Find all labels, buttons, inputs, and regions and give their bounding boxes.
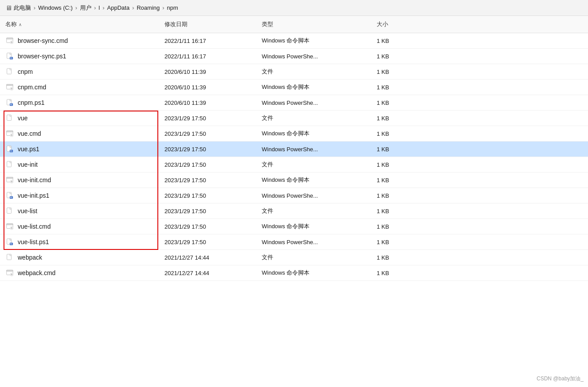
svg-point-3 xyxy=(11,42,12,43)
file-type: Windows 命令脚本 xyxy=(256,175,371,185)
breadcrumb-users[interactable]: 用户 xyxy=(80,4,92,12)
table-row[interactable]: vue.cmd 2023/1/29 17:50 Windows 命令脚本 1 K… xyxy=(0,126,588,142)
file-icon-cmd xyxy=(5,83,14,92)
svg-text:PS: PS xyxy=(10,150,12,152)
table-row[interactable]: PS browser-sync.ps1 2022/1/11 16:17 Wind… xyxy=(0,49,588,64)
column-type[interactable]: 类型 xyxy=(256,19,371,30)
file-icon-ps1: PS xyxy=(5,145,14,153)
file-size: 1 KB xyxy=(371,191,424,200)
file-icon-cmd xyxy=(5,36,14,45)
file-icon-generic xyxy=(5,67,14,76)
file-size: 1 KB xyxy=(371,253,424,262)
file-name-cell: webpack xyxy=(0,252,159,263)
watermark: CSDN @baby加油_ xyxy=(537,375,584,383)
column-name[interactable]: 名称 ∧ xyxy=(0,19,159,30)
breadcrumb-l[interactable]: l xyxy=(99,4,100,11)
file-icon-generic xyxy=(5,207,14,215)
svg-text:PS: PS xyxy=(10,103,12,106)
file-name-cell: vue-list xyxy=(0,205,159,217)
file-name-cell: cnpm xyxy=(0,66,159,77)
file-type: Windows PowerShe... xyxy=(256,191,371,200)
breadcrumb-windows-c[interactable]: Windows (C:) xyxy=(38,4,73,11)
file-name: cnpm xyxy=(18,68,33,75)
file-name: vue-init.ps1 xyxy=(18,192,50,199)
table-row[interactable]: webpack.cmd 2021/12/27 14:44 Windows 命令脚… xyxy=(0,265,588,281)
svg-rect-33 xyxy=(7,224,13,225)
file-date: 2023/1/29 17:50 xyxy=(159,222,256,231)
file-name: vue-init.cmd xyxy=(18,176,51,184)
file-date: 2022/1/11 16:17 xyxy=(159,36,256,46)
table-row[interactable]: vue-list 2023/1/29 17:50 文件 1 KB xyxy=(0,203,588,219)
file-name-cell: PS cnpm.ps1 xyxy=(0,97,159,108)
file-name-cell: PS vue.ps1 xyxy=(0,143,159,155)
file-name: vue-init xyxy=(18,161,38,168)
table-row[interactable]: webpack 2021/12/27 14:44 文件 1 KB xyxy=(0,250,588,265)
file-size: 1 KB xyxy=(371,129,424,138)
file-type: Windows PowerShe... xyxy=(256,52,371,61)
file-name: webpack xyxy=(18,254,42,261)
file-icon-generic xyxy=(5,160,14,169)
file-name: cnpm.ps1 xyxy=(18,99,45,106)
column-size[interactable]: 大小 xyxy=(371,19,424,30)
file-size: 1 KB xyxy=(371,67,424,77)
file-rows: browser-sync.cmd 2022/1/11 16:17 Windows… xyxy=(0,33,588,281)
svg-point-19 xyxy=(11,135,12,136)
file-name-cell: vue-init xyxy=(0,159,159,170)
file-icon-cmd xyxy=(5,222,14,231)
breadcrumb-bar: 🖥 此电脑 › Windows (C:) › 用户 › l › AppData … xyxy=(0,0,588,16)
file-list-container[interactable]: 名称 ∧ 修改日期 类型 大小 browse xyxy=(0,16,588,387)
file-type: Windows 命令脚本 xyxy=(256,128,371,139)
table-row[interactable]: PS vue-init.ps1 2023/1/29 17:50 Windows … xyxy=(0,188,588,203)
file-name: vue xyxy=(18,115,28,122)
file-type: 文件 xyxy=(256,66,371,77)
file-icon-cmd xyxy=(5,268,14,277)
file-type: 文件 xyxy=(256,159,371,170)
file-name-cell: browser-sync.cmd xyxy=(0,35,159,46)
file-size: 1 KB xyxy=(371,238,424,247)
file-name-cell: PS vue-list.ps1 xyxy=(0,236,159,248)
svg-text:PS: PS xyxy=(10,196,12,199)
file-name: browser-sync.cmd xyxy=(18,37,68,44)
breadcrumb-npm[interactable]: npm xyxy=(167,4,178,11)
file-date: 2023/1/29 17:50 xyxy=(159,145,256,154)
file-date: 2023/1/29 17:50 xyxy=(159,129,256,138)
file-size: 1 KB xyxy=(371,83,424,92)
file-icon-ps1: PS xyxy=(5,98,14,107)
table-row[interactable]: PS vue.ps1 2023/1/29 17:50 Windows Power… xyxy=(0,142,588,157)
file-type: 文件 xyxy=(256,252,371,263)
table-row[interactable]: PS vue-list.ps1 2023/1/29 17:50 Windows … xyxy=(0,234,588,250)
svg-point-11 xyxy=(11,88,12,89)
sort-arrow-name: ∧ xyxy=(19,22,22,27)
breadcrumb-roaming[interactable]: Roaming xyxy=(137,4,160,11)
file-date: 2021/12/27 14:44 xyxy=(159,253,256,262)
column-date[interactable]: 修改日期 xyxy=(159,19,256,30)
file-list-header: 名称 ∧ 修改日期 类型 大小 xyxy=(0,16,588,33)
file-date: 2021/12/27 14:44 xyxy=(159,268,256,278)
table-row[interactable]: PS cnpm.ps1 2020/6/10 11:39 Windows Powe… xyxy=(0,95,588,111)
file-name: vue-list.cmd xyxy=(18,223,51,230)
table-row[interactable]: vue-init.cmd 2023/1/29 17:50 Windows 命令脚… xyxy=(0,172,588,188)
breadcrumb-appdata[interactable]: AppData xyxy=(107,4,130,11)
file-type: Windows 命令脚本 xyxy=(256,35,371,46)
table-row[interactable]: vue-init 2023/1/29 17:50 文件 1 KB xyxy=(0,157,588,172)
table-row[interactable]: cnpm.cmd 2020/6/10 11:39 Windows 命令脚本 1 … xyxy=(0,80,588,95)
svg-text:PS: PS xyxy=(10,243,12,245)
svg-point-35 xyxy=(11,228,12,229)
file-type: Windows PowerShe... xyxy=(256,98,371,107)
file-size: 1 KB xyxy=(371,207,424,216)
breadcrumb-this-pc[interactable]: 此电脑 xyxy=(14,4,31,12)
file-name: vue.ps1 xyxy=(18,146,39,153)
svg-rect-25 xyxy=(7,177,13,179)
file-icon-ps1: PS xyxy=(5,238,14,246)
table-row[interactable]: cnpm 2020/6/10 11:39 文件 1 KB xyxy=(0,64,588,80)
file-type: Windows PowerShe... xyxy=(256,145,371,154)
breadcrumb-icon: 🖥 xyxy=(5,4,12,11)
table-row[interactable]: vue-list.cmd 2023/1/29 17:50 Windows 命令脚… xyxy=(0,219,588,234)
file-name-cell: PS vue-init.ps1 xyxy=(0,190,159,201)
file-name-cell: vue-list.cmd xyxy=(0,221,159,232)
file-name-cell: vue-init.cmd xyxy=(0,174,159,186)
file-size: 1 KB xyxy=(371,52,424,61)
table-row[interactable]: browser-sync.cmd 2022/1/11 16:17 Windows… xyxy=(0,33,588,49)
table-row[interactable]: vue 2023/1/29 17:50 文件 1 KB xyxy=(0,111,588,126)
file-name: cnpm.cmd xyxy=(18,84,46,91)
